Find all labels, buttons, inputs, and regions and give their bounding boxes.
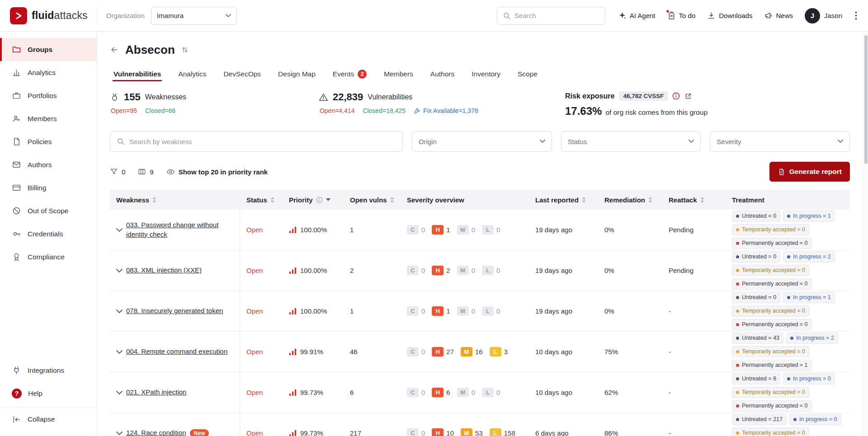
- tab-devsecops[interactable]: DevSecOps: [222, 63, 262, 81]
- column-header-open-vulns[interactable]: Open vulns: [344, 190, 401, 210]
- tab-authors[interactable]: Authors: [429, 63, 455, 81]
- sidebar-item-credentials[interactable]: Credentials: [0, 222, 97, 245]
- tab-inventory[interactable]: Inventory: [471, 63, 501, 81]
- chevron-down-icon: [838, 140, 843, 143]
- news-button[interactable]: News: [764, 11, 793, 20]
- chevron-down-icon: [689, 140, 694, 143]
- news-label: News: [776, 12, 793, 19]
- sidebar-item-portfolios[interactable]: Portfolios: [0, 84, 97, 107]
- column-header-status[interactable]: Status: [240, 190, 283, 210]
- generate-report-button[interactable]: Generate report: [769, 162, 850, 182]
- group-title-row: Absecon: [110, 41, 850, 59]
- expand-row-icon[interactable]: [116, 391, 123, 395]
- user-menu[interactable]: J Jason: [805, 8, 842, 23]
- treatment-permanently-accepted-chip: Permanently accepted = 0: [732, 278, 812, 290]
- weakness-search[interactable]: [110, 131, 403, 152]
- remediation-cell: 86%: [598, 413, 662, 436]
- severity-overview-cell: C0 H27 M16 L3: [401, 332, 529, 372]
- scrollbar-thumb[interactable]: [864, 35, 868, 164]
- todo-button[interactable]: To do: [667, 11, 696, 20]
- last-reported-cell: 19 days ago: [529, 210, 598, 250]
- medal-icon: [110, 93, 119, 102]
- more-menu-button[interactable]: [854, 9, 858, 22]
- sidebar-item-integrations[interactable]: Integrations: [0, 359, 97, 382]
- sidebar-item-authors[interactable]: Authors: [0, 153, 97, 176]
- remediation-cell: 0%: [598, 210, 662, 250]
- sidebar-item-policies[interactable]: Policies: [0, 130, 97, 153]
- expand-row-icon[interactable]: [116, 269, 123, 273]
- weakness-link[interactable]: 078. Insecurely generated token: [126, 306, 223, 315]
- expand-row-icon[interactable]: [116, 228, 123, 232]
- tab-members[interactable]: Members: [383, 63, 414, 81]
- weaknesses-stat: 155 Weaknesses Open=95 Closed=66: [110, 91, 319, 114]
- treatment-in-progress-chip: In progress = 1: [783, 292, 835, 303]
- expand-row-icon[interactable]: [116, 309, 123, 314]
- treatment-untreated-chip: Untreated = 43: [732, 333, 783, 344]
- tab-label: Scope: [518, 70, 538, 78]
- sidebar-item-help[interactable]: ? Help: [0, 382, 97, 405]
- treatment-temporarily-accepted-chip: Temporarily accepted = 0: [732, 427, 809, 436]
- treatment-untreated-chip: Untreated = 6: [732, 373, 780, 384]
- vertical-scrollbar[interactable]: [863, 32, 868, 436]
- fix-available[interactable]: Fix Available=1,378: [414, 107, 478, 114]
- table-row: 004. Remote command execution Open 99.91…: [110, 332, 850, 372]
- folder-icon: [12, 45, 21, 54]
- priority-cell: 99.91%: [283, 332, 344, 372]
- open-vulns-value: 1: [350, 307, 354, 315]
- columns-count-button[interactable]: 9: [138, 168, 153, 176]
- last-reported-value: 19 days ago: [535, 307, 572, 315]
- global-search[interactable]: [497, 7, 605, 25]
- filters-count-button[interactable]: 0: [110, 168, 125, 176]
- sidebar-item-members[interactable]: Members: [0, 107, 97, 130]
- expand-row-icon[interactable]: [116, 431, 123, 436]
- external-link-icon[interactable]: [684, 93, 692, 100]
- column-header-weakness[interactable]: Weakness: [110, 190, 240, 210]
- show-top-20-button[interactable]: Show top 20 in priority rank: [166, 168, 268, 176]
- column-header-remediation[interactable]: Remediation: [598, 190, 662, 210]
- priority-bars-icon: [289, 226, 297, 233]
- vulnerabilities-label: Vulnerabilities: [368, 93, 412, 101]
- organization-select[interactable]: Imamura: [151, 7, 237, 25]
- weakness-link[interactable]: 083. XML injection (XXE): [126, 266, 202, 275]
- severity-critical-count: 0: [421, 429, 425, 436]
- column-header-label: Remediation: [604, 196, 645, 204]
- weakness-link[interactable]: 021. XPath injection: [126, 388, 186, 397]
- weakness-link[interactable]: 004. Remote command execution: [126, 347, 227, 356]
- tab-events[interactable]: Events2: [332, 63, 368, 81]
- priority-value: 100.00%: [300, 267, 327, 274]
- open-vulns-cell: 1: [344, 210, 401, 250]
- fluidattacks-logo[interactable]: fluidattacks: [10, 7, 88, 24]
- severity-medium-badge: M: [457, 388, 469, 397]
- column-header-priority[interactable]: Priority: [283, 190, 344, 210]
- status-filter-select[interactable]: Status: [561, 131, 701, 152]
- sidebar: Groups Analytics Portfolios Members Poli…: [0, 32, 97, 436]
- column-header-last-reported[interactable]: Last reported: [529, 190, 598, 210]
- origin-filter-select[interactable]: Origin: [412, 131, 552, 152]
- severity-filter-select[interactable]: Severity: [710, 131, 850, 152]
- sidebar-item-groups[interactable]: Groups: [0, 38, 97, 61]
- weakness-link[interactable]: 033. Password change without identity ch…: [126, 220, 233, 239]
- group-switcher-button[interactable]: [181, 46, 189, 53]
- search-icon: [117, 137, 125, 145]
- downloads-button[interactable]: Downloads: [707, 11, 752, 20]
- sidebar-item-billing[interactable]: Billing: [0, 176, 97, 199]
- tab-analytics[interactable]: Analytics: [177, 63, 207, 81]
- tab-design-map[interactable]: Design Map: [277, 63, 316, 81]
- show-top-20-label: Show top 20 in priority rank: [179, 168, 268, 176]
- column-header-reattack[interactable]: Reattack: [662, 190, 726, 210]
- sidebar-item-analytics[interactable]: Analytics: [0, 61, 97, 84]
- tab-scope[interactable]: Scope: [517, 63, 538, 81]
- weakness-search-input[interactable]: [129, 138, 396, 145]
- info-icon[interactable]: [672, 92, 680, 100]
- weakness-link[interactable]: 124. Race condition: [126, 428, 186, 436]
- sidebar-collapse-button[interactable]: Collapse: [0, 408, 97, 431]
- ai-agent-button[interactable]: AI Agent: [618, 11, 656, 20]
- global-search-input[interactable]: [514, 12, 599, 19]
- table-row: 078. Insecurely generated token Open 100…: [110, 291, 850, 332]
- back-button[interactable]: [110, 45, 119, 54]
- tab-vulnerabilities[interactable]: Vulnerabilities: [113, 63, 162, 81]
- sidebar-item-out-of-scope[interactable]: Out of Scope: [0, 199, 97, 222]
- expand-row-icon[interactable]: [116, 350, 123, 354]
- bar-chart-icon: [12, 68, 21, 77]
- sidebar-item-compliance[interactable]: Compliance: [0, 245, 97, 268]
